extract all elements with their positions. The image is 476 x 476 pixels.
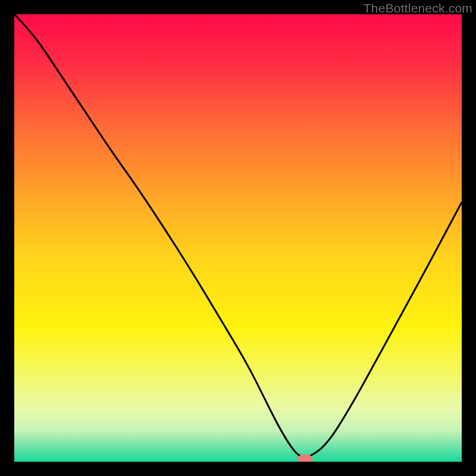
gradient-background: [14, 14, 462, 462]
watermark-text: TheBottleneck.com: [364, 1, 472, 15]
bottleneck-chart: [14, 14, 462, 462]
chart-frame: TheBottleneck.com: [0, 0, 476, 476]
plot-area: [14, 14, 462, 462]
